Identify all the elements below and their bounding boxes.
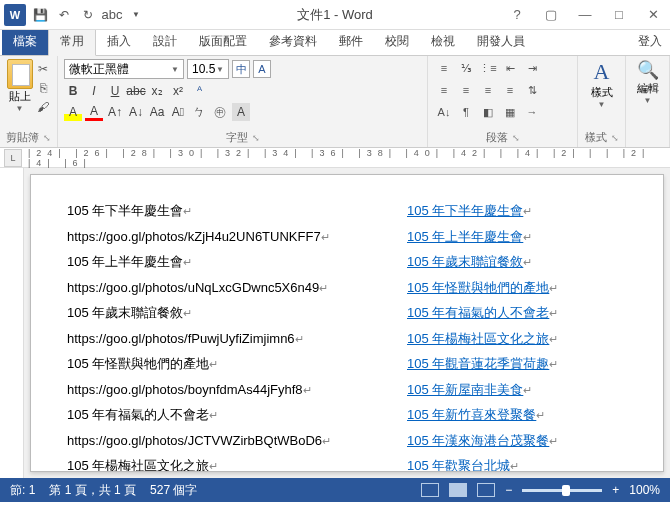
hyperlink[interactable]: 105 年怪獸與牠們的產地 xyxy=(407,280,549,295)
styles-launcher-icon[interactable]: ⤡ xyxy=(611,133,619,143)
clipboard-launcher-icon[interactable]: ⤡ xyxy=(43,133,51,143)
document-line[interactable]: https://goo.gl/photos/JCTVWZirbBQtWBoD6↵ xyxy=(67,431,379,451)
align-right-button[interactable]: ≡ xyxy=(478,81,498,99)
zoom-in-button[interactable]: + xyxy=(612,483,619,497)
tab-home[interactable]: 常用 xyxy=(48,27,96,56)
char-shading-button[interactable]: A xyxy=(232,103,250,121)
document-line[interactable]: 105 年上半年慶生會↵ xyxy=(67,252,379,272)
login-button[interactable]: 登入 xyxy=(630,28,670,55)
ribbon-options-icon[interactable]: ▢ xyxy=(538,4,564,26)
tab-review[interactable]: 校閱 xyxy=(374,28,420,55)
hyperlink[interactable]: 105 年歡聚台北城 xyxy=(407,458,510,472)
zoom-out-button[interactable]: − xyxy=(505,483,512,497)
document-line[interactable]: 105 年有福氣的人不會老↵ xyxy=(407,303,647,323)
zoom-level[interactable]: 100% xyxy=(629,483,660,497)
hyperlink[interactable]: 105 年歲末聯誼餐敘 xyxy=(407,254,523,269)
justify-button[interactable]: ≡ xyxy=(500,81,520,99)
editing-button[interactable]: 🔍 編輯 ▼ xyxy=(632,59,663,105)
undo-icon[interactable]: ↶ xyxy=(54,5,74,25)
zoom-slider[interactable] xyxy=(522,489,602,492)
line-spacing-button[interactable]: ⇅ xyxy=(522,81,542,99)
hyperlink[interactable]: 105 年上半年慶生會 xyxy=(407,229,523,244)
document-line[interactable]: 105 年楊梅社區文化之旅↵ xyxy=(67,456,379,472)
font-size-combo[interactable]: 10.5▼ xyxy=(187,59,229,79)
sort-button[interactable]: A↓ xyxy=(434,103,454,121)
font-name-combo[interactable]: 微軟正黑體▼ xyxy=(64,59,184,79)
shrink-font-button[interactable]: A↓ xyxy=(127,103,145,121)
document-line[interactable]: 105 年新竹喜來登聚餐↵ xyxy=(407,405,647,425)
hyperlink[interactable]: 105 年楊梅社區文化之旅 xyxy=(407,331,549,346)
decrease-indent-button[interactable]: ⇤ xyxy=(500,59,520,77)
tab-insert[interactable]: 插入 xyxy=(96,28,142,55)
font-color-button[interactable]: A xyxy=(85,103,103,121)
horizontal-ruler[interactable]: L |24| |26| |28| |30| |32| |34| |36| |38… xyxy=(0,148,670,168)
hyperlink[interactable]: 105 年漢來海港台茂聚餐 xyxy=(407,433,549,448)
qat-dropdown-icon[interactable]: ▼ xyxy=(126,5,146,25)
clear-format-button[interactable]: A⃠ xyxy=(169,103,187,121)
subscript-button[interactable]: x₂ xyxy=(148,82,166,100)
enclose-button[interactable]: ㊥ xyxy=(211,103,229,121)
bullets-button[interactable]: ≡ xyxy=(434,59,454,77)
document-line[interactable]: 105 年上半年慶生會↵ xyxy=(407,227,647,247)
increase-indent-button[interactable]: ⇥ xyxy=(522,59,542,77)
character-border-button[interactable]: A xyxy=(253,60,271,78)
document-line[interactable]: 105 年下半年慶生會↵ xyxy=(407,201,647,221)
web-layout-button[interactable] xyxy=(477,483,495,497)
print-layout-button[interactable] xyxy=(449,483,467,497)
superscript-button[interactable]: x² xyxy=(169,82,187,100)
numbering-button[interactable]: ⅓ xyxy=(456,59,476,77)
save-icon[interactable]: 💾 xyxy=(30,5,50,25)
paste-dropdown-icon[interactable]: ▼ xyxy=(16,104,24,113)
document-line[interactable]: 105 年歲末聯誼餐敘↵ xyxy=(67,303,379,323)
show-marks-button[interactable]: ¶ xyxy=(456,103,476,121)
tab-view[interactable]: 檢視 xyxy=(420,28,466,55)
hyperlink[interactable]: 105 年觀音蓮花季賞荷趣 xyxy=(407,356,549,371)
document-line[interactable]: 105 年怪獸與牠們的產地↵ xyxy=(67,354,379,374)
phonetic-button[interactable]: ㄅ xyxy=(190,103,208,121)
document-line[interactable]: 105 年新屋南非美食↵ xyxy=(407,380,647,400)
format-painter-icon[interactable]: 🖌 xyxy=(35,99,51,115)
align-center-button[interactable]: ≡ xyxy=(456,81,476,99)
maximize-icon[interactable]: □ xyxy=(606,4,632,26)
help-icon[interactable]: ? xyxy=(504,4,530,26)
minimize-icon[interactable]: — xyxy=(572,4,598,26)
italic-button[interactable]: I xyxy=(85,82,103,100)
document-line[interactable]: 105 年有福氣的人不會老↵ xyxy=(67,405,379,425)
borders-button[interactable]: ▦ xyxy=(500,103,520,121)
vertical-ruler[interactable] xyxy=(0,168,24,478)
document-line[interactable]: 105 年歲末聯誼餐敘↵ xyxy=(407,252,647,272)
close-icon[interactable]: ✕ xyxy=(640,4,666,26)
document-line[interactable]: https://goo.gl/photos/boynfdmAs44jFyhf8↵ xyxy=(67,380,379,400)
hyperlink[interactable]: 105 年新竹喜來登聚餐 xyxy=(407,407,536,422)
document-line[interactable]: 105 年怪獸與牠們的產地↵ xyxy=(407,278,647,298)
document-line[interactable]: 105 年下半年慶生會↵ xyxy=(67,201,379,221)
paste-button[interactable]: 貼上 ▼ xyxy=(6,59,33,115)
underline-button[interactable]: U xyxy=(106,82,124,100)
grow-font-button[interactable]: A↑ xyxy=(106,103,124,121)
document-page[interactable]: 105 年下半年慶生會↵https://goo.gl/photos/kZjH4u… xyxy=(30,174,664,472)
document-line[interactable]: https://goo.gl/photos/uNqLxcGDwnc5X6n49↵ xyxy=(67,278,379,298)
redo-icon[interactable]: ↻ xyxy=(78,5,98,25)
status-section[interactable]: 節: 1 xyxy=(10,482,35,499)
tab-mailings[interactable]: 郵件 xyxy=(328,28,374,55)
status-words[interactable]: 527 個字 xyxy=(150,482,197,499)
hyperlink[interactable]: 105 年有福氣的人不會老 xyxy=(407,305,549,320)
tab-references[interactable]: 參考資料 xyxy=(258,28,328,55)
tab-layout[interactable]: 版面配置 xyxy=(188,28,258,55)
copy-icon[interactable]: ⎘ xyxy=(35,80,51,96)
document-line[interactable]: 105 年歡聚台北城↵ xyxy=(407,456,647,472)
zhong-button[interactable]: 中 xyxy=(232,60,250,78)
strike-button[interactable]: abc xyxy=(127,82,145,100)
tab-selector-icon[interactable]: L xyxy=(4,149,22,167)
document-line[interactable]: 105 年觀音蓮花季賞荷趣↵ xyxy=(407,354,647,374)
status-page[interactable]: 第 1 頁，共 1 頁 xyxy=(49,482,136,499)
tab-design[interactable]: 設計 xyxy=(142,28,188,55)
styles-button[interactable]: A 樣式 ▼ xyxy=(584,59,619,109)
align-left-button[interactable]: ≡ xyxy=(434,81,454,99)
paragraph-launcher-icon[interactable]: ⤡ xyxy=(512,133,520,143)
font-launcher-icon[interactable]: ⤡ xyxy=(252,133,260,143)
cut-icon[interactable]: ✂ xyxy=(35,61,51,77)
multilevel-button[interactable]: ⋮≡ xyxy=(478,59,498,77)
read-mode-button[interactable] xyxy=(421,483,439,497)
hyperlink[interactable]: 105 年下半年慶生會 xyxy=(407,203,523,218)
